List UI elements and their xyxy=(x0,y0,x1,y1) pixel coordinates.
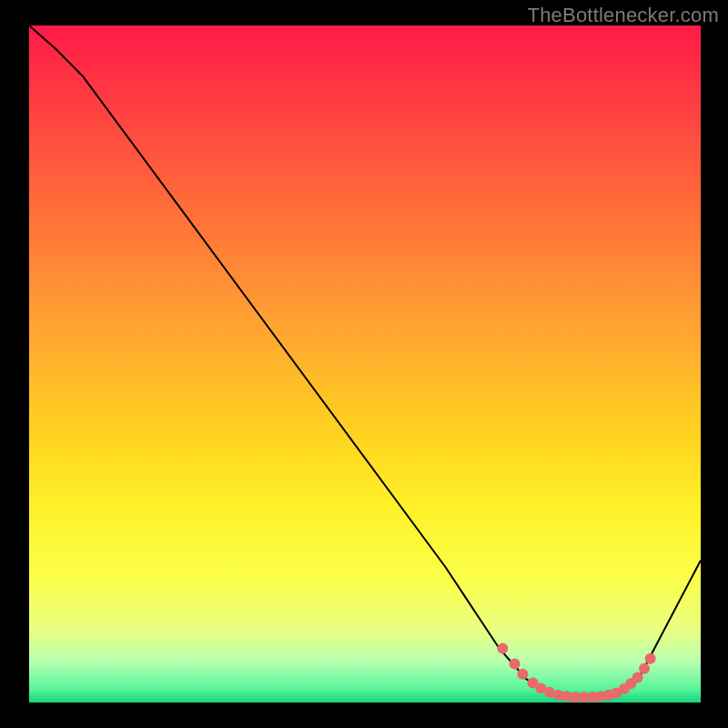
watermark-text: TheBottlenecker.com xyxy=(528,4,719,27)
data-marker xyxy=(497,642,508,653)
plot-area xyxy=(29,25,701,703)
data-marker xyxy=(639,663,650,674)
data-marker xyxy=(517,669,528,680)
data-marker xyxy=(632,672,643,682)
gradient-background xyxy=(29,25,701,703)
data-marker xyxy=(510,659,521,670)
chart-frame: TheBottlenecker.com xyxy=(0,0,728,728)
bottleneck-chart xyxy=(29,25,701,703)
data-marker xyxy=(645,653,656,664)
